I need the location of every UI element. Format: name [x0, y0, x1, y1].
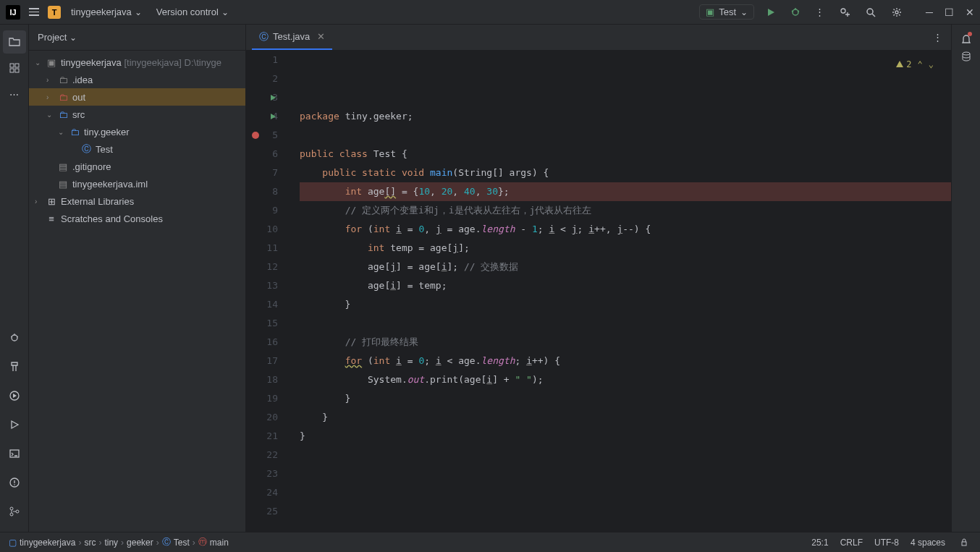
code-line[interactable]: // 定义两个变量i和j，i是代表从左往右，j代表从右往左: [300, 201, 951, 220]
editor-tab[interactable]: Ⓒ Test.java ✕: [252, 25, 332, 50]
code-line[interactable]: [300, 464, 951, 483]
file-encoding[interactable]: UTF-8: [874, 538, 899, 548]
tree-item[interactable]: ⌄ 🗀 src: [29, 106, 245, 123]
code-line[interactable]: age[j] = age[i]; // 交换数据: [300, 258, 951, 276]
tree-external-libs[interactable]: › ⊞ External Libraries: [29, 192, 245, 210]
window-maximize[interactable]: ☐: [945, 7, 954, 18]
code-line[interactable]: int temp = age[j];: [300, 239, 951, 258]
prev-highlight-icon[interactable]: ⌃: [918, 55, 923, 74]
gutter-line[interactable]: 2: [246, 69, 278, 88]
debug-button[interactable]: [787, 4, 803, 20]
tree-item[interactable]: ▤ tinygeekerjava.iml: [29, 175, 245, 192]
tree-root[interactable]: ⌄ ▣ tinygeekerjava [tinygeekjava] D:\tin…: [29, 54, 245, 71]
tree-item[interactable]: ▤ .gitignore: [29, 158, 245, 175]
gutter-line[interactable]: 10: [246, 220, 278, 239]
code-line[interactable]: }: [300, 408, 951, 427]
gutter[interactable]: 1234567891011121314151617181920212223242…: [246, 51, 292, 532]
close-tab-icon[interactable]: ✕: [317, 31, 325, 42]
breadcrumb-item[interactable]: ▢ tinygeekerjava: [9, 538, 75, 548]
code-line[interactable]: public class Test {: [300, 145, 951, 164]
run-button[interactable]: [763, 4, 779, 20]
gutter-line[interactable]: 22: [246, 446, 278, 464]
gutter-line[interactable]: 8: [246, 182, 278, 201]
code-line[interactable]: public static void main(String[] args) {: [300, 164, 951, 182]
code-line[interactable]: }: [300, 427, 951, 446]
code-line[interactable]: for (int i = 0; i < age.length; i++) {: [300, 352, 951, 370]
code-line[interactable]: [300, 502, 951, 521]
code-line[interactable]: }: [300, 295, 951, 314]
breadcrumb-item[interactable]: geeker: [127, 538, 153, 548]
breakpoint-icon[interactable]: [252, 132, 259, 139]
tree-item[interactable]: › 🗀 .idea: [29, 71, 245, 88]
build-tool-button[interactable]: [3, 355, 26, 378]
services-tool-button[interactable]: [3, 384, 26, 407]
project-dropdown[interactable]: tinygeekerjava: [67, 4, 146, 20]
gutter-line[interactable]: 16: [246, 333, 278, 352]
window-minimize[interactable]: ─: [926, 7, 933, 18]
code-with-me-icon[interactable]: [836, 4, 853, 21]
code-line[interactable]: [300, 483, 951, 502]
vcs-tool-button[interactable]: [3, 500, 26, 523]
line-separator[interactable]: CRLF: [840, 538, 863, 548]
code-line[interactable]: [300, 314, 951, 333]
indent-settings[interactable]: 4 spaces: [911, 538, 945, 548]
settings-icon[interactable]: [888, 4, 905, 21]
gutter-line[interactable]: 17: [246, 352, 278, 370]
gutter-line[interactable]: 5: [246, 126, 278, 145]
code-line[interactable]: for (int i = 0, j = age.length - 1; i < …: [300, 220, 951, 239]
gutter-line[interactable]: 9: [246, 201, 278, 220]
gutter-line[interactable]: 13: [246, 276, 278, 295]
tree-scratches[interactable]: ≡ Scratches and Consoles: [29, 210, 245, 227]
structure-tool-button[interactable]: [3, 56, 26, 80]
next-highlight-icon[interactable]: ⌄: [929, 55, 934, 74]
hamburger-menu[interactable]: [26, 5, 42, 19]
code-line[interactable]: [300, 521, 951, 532]
gutter-line[interactable]: 6: [246, 145, 278, 164]
tree-item[interactable]: Ⓒ Test: [29, 140, 245, 158]
window-close[interactable]: ✕: [966, 7, 974, 18]
gutter-line[interactable]: 12: [246, 258, 278, 276]
more-actions[interactable]: ⋮: [812, 4, 827, 20]
gutter-line[interactable]: 18: [246, 370, 278, 389]
search-icon[interactable]: [862, 4, 879, 21]
database-button[interactable]: [958, 48, 975, 65]
run-tool-button[interactable]: [3, 413, 26, 436]
code-view[interactable]: 2 ⌃ ⌄ package tiny.geeker;public class T…: [292, 51, 951, 532]
code-line[interactable]: int age[] = {10, 20, 40, 30};: [300, 182, 951, 201]
project-tool-button[interactable]: [3, 30, 26, 54]
cursor-position[interactable]: 25:1: [811, 538, 828, 548]
problems-tool-button[interactable]: [3, 471, 26, 494]
vcs-dropdown[interactable]: Version control: [152, 4, 233, 20]
notifications-button[interactable]: [958, 30, 975, 48]
terminal-tool-button[interactable]: [3, 442, 26, 465]
project-panel-header[interactable]: Project: [29, 25, 245, 51]
gutter-line[interactable]: 1: [246, 51, 278, 69]
code-line[interactable]: [300, 126, 951, 145]
breadcrumb-item[interactable]: src: [84, 538, 96, 548]
breadcrumb-item[interactable]: ⓜ main: [198, 536, 229, 548]
code-line[interactable]: package tiny.geeker;: [300, 107, 951, 126]
code-line[interactable]: [300, 446, 951, 464]
gutter-line[interactable]: 7: [246, 164, 278, 182]
readonly-lock-icon[interactable]: [957, 535, 971, 550]
inspections-overlay[interactable]: 2 ⌃ ⌄: [895, 55, 934, 74]
debug-tool-button[interactable]: [3, 326, 26, 349]
gutter-line[interactable]: 11: [246, 239, 278, 258]
gutter-run-icon[interactable]: [269, 94, 276, 101]
code-line[interactable]: // 打印最终结果: [300, 333, 951, 352]
gutter-line[interactable]: 20: [246, 408, 278, 427]
more-tools[interactable]: ⋯: [3, 82, 26, 106]
run-config-selector[interactable]: ▣ Test: [699, 4, 754, 20]
code-line[interactable]: }: [300, 389, 951, 408]
gutter-line[interactable]: 15: [246, 314, 278, 333]
editor-content[interactable]: 1234567891011121314151617181920212223242…: [246, 51, 951, 532]
gutter-line[interactable]: 14: [246, 295, 278, 314]
tree-item[interactable]: › 🗀 out: [29, 88, 245, 106]
gutter-run-icon[interactable]: [269, 113, 276, 120]
gutter-line[interactable]: 19: [246, 389, 278, 408]
gutter-line[interactable]: 21: [246, 427, 278, 446]
code-line[interactable]: age[i] = temp;: [300, 276, 951, 295]
tree-item[interactable]: ⌄ 🗀 tiny.geeker: [29, 123, 245, 140]
code-line[interactable]: System.out.print(age[i] + " ");: [300, 370, 951, 389]
gutter-line[interactable]: 23: [246, 464, 278, 483]
